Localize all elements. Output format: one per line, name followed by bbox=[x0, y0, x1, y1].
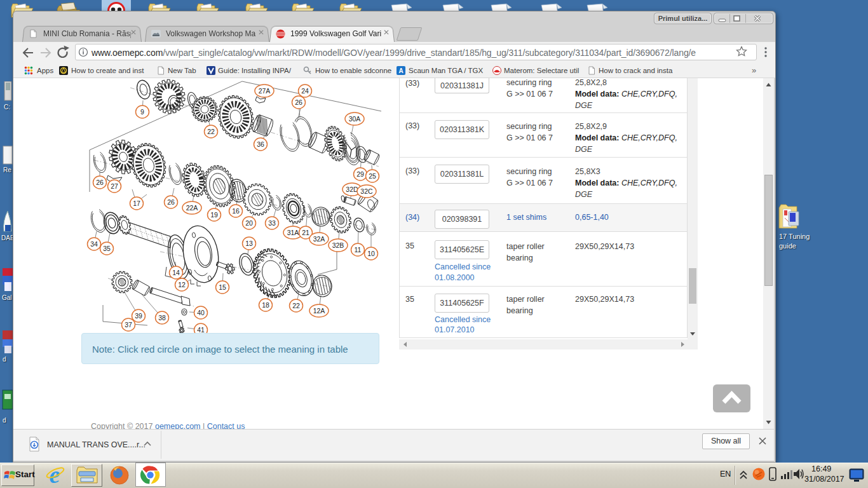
svg-text:26: 26 bbox=[295, 98, 302, 106]
svg-text:19: 19 bbox=[210, 211, 218, 219]
svg-text:11: 11 bbox=[355, 246, 362, 254]
svg-text:12A: 12A bbox=[313, 307, 325, 315]
svg-text:26: 26 bbox=[167, 198, 175, 206]
svg-text:22: 22 bbox=[292, 302, 300, 309]
svg-text:40: 40 bbox=[197, 309, 205, 316]
svg-text:36: 36 bbox=[257, 140, 264, 148]
svg-text:17: 17 bbox=[133, 200, 140, 207]
svg-text:29: 29 bbox=[356, 170, 364, 178]
svg-text:32D: 32D bbox=[346, 186, 358, 193]
svg-text:32C: 32C bbox=[360, 187, 373, 195]
svg-text:16: 16 bbox=[232, 207, 240, 215]
svg-text:A: A bbox=[398, 67, 403, 74]
svg-text:22A: 22A bbox=[186, 204, 198, 212]
svg-text:31A: 31A bbox=[287, 229, 299, 236]
svg-text:32A: 32A bbox=[313, 235, 325, 243]
svg-text:41: 41 bbox=[197, 326, 205, 334]
svg-text:13: 13 bbox=[245, 240, 253, 247]
svg-text:27: 27 bbox=[111, 182, 118, 190]
svg-text:27A: 27A bbox=[259, 87, 271, 95]
svg-text:14: 14 bbox=[172, 269, 180, 276]
svg-text:22: 22 bbox=[207, 128, 215, 135]
svg-text:12: 12 bbox=[178, 281, 186, 288]
svg-text:25: 25 bbox=[369, 172, 376, 180]
svg-text:10: 10 bbox=[367, 250, 375, 257]
svg-text:26: 26 bbox=[96, 179, 104, 186]
svg-text:15: 15 bbox=[219, 283, 226, 291]
svg-text:39: 39 bbox=[135, 312, 142, 320]
svg-text:24: 24 bbox=[301, 87, 309, 95]
svg-text:32B: 32B bbox=[332, 241, 344, 249]
svg-text:30A: 30A bbox=[349, 115, 361, 123]
svg-text:18: 18 bbox=[262, 301, 269, 309]
svg-text:38: 38 bbox=[158, 314, 166, 322]
svg-text:21: 21 bbox=[302, 229, 309, 236]
svg-text:20: 20 bbox=[245, 219, 253, 227]
svg-text:33: 33 bbox=[268, 219, 276, 227]
svg-text:37: 37 bbox=[125, 321, 132, 329]
svg-text:9: 9 bbox=[140, 108, 144, 116]
svg-text:35: 35 bbox=[103, 245, 111, 252]
svg-text:34: 34 bbox=[90, 240, 98, 248]
